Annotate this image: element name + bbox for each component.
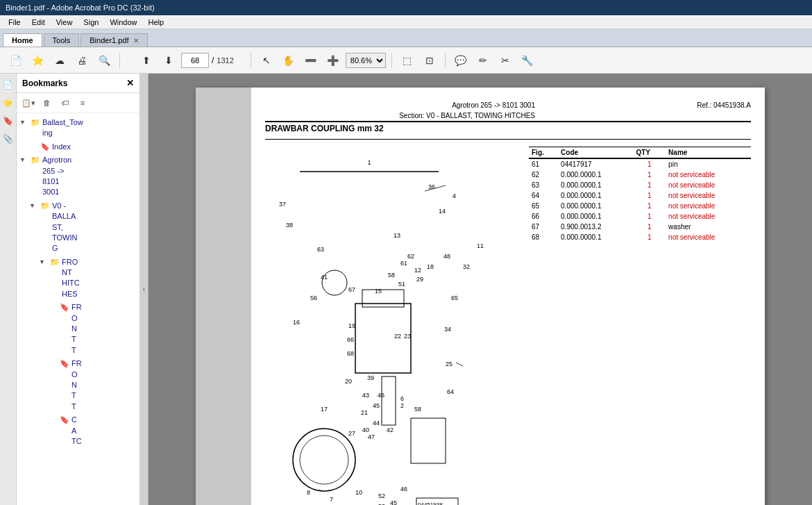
cell-fig: 62	[529, 169, 558, 180]
toggle-icon-v0[interactable]: ▼	[29, 201, 39, 210]
cell-fig: 61	[529, 158, 558, 169]
cell-code: 0.000.0000.1	[558, 232, 633, 242]
cell-qty: 1	[633, 158, 666, 169]
tab-home[interactable]: Home	[3, 33, 42, 47]
toggle-icon-front-hitches[interactable]: ▼	[39, 257, 49, 267]
next-page-button[interactable]: ⬇	[159, 51, 178, 69]
action-button[interactable]: 🔧	[518, 51, 537, 69]
sidebar-tool-new[interactable]: 📋▾	[21, 96, 36, 110]
menu-file[interactable]: File	[3, 17, 26, 28]
sidebar-close-icon[interactable]: ✕	[126, 78, 134, 88]
bookmark-item-index[interactable]: ▶ 🔖 Index	[17, 140, 139, 154]
bookmark-icon-front2: 🔖	[60, 358, 69, 369]
sidebar-tool-tag[interactable]: 🏷	[57, 96, 72, 110]
cell-qty: 1	[633, 190, 666, 201]
table-row: 64 0.000.0000.1 1 not serviceable	[529, 190, 751, 201]
bookmark-item-catc[interactable]: ▶ 🔖 CATC	[17, 413, 139, 448]
toggle-icon-agrotron[interactable]: ▼	[19, 155, 29, 165]
menu-edit[interactable]: Edit	[26, 17, 51, 28]
bookmark-button[interactable]: ⭐	[28, 51, 47, 69]
svg-text:4: 4	[452, 192, 456, 199]
toggle-icon-ballast[interactable]: ▼	[19, 117, 29, 127]
highlight-button[interactable]: ✏	[473, 51, 493, 69]
menu-help[interactable]: Help	[143, 17, 170, 28]
bookmark-item-front1[interactable]: ▶ 🔖 FRONTT	[17, 301, 139, 357]
panel-icon-2[interactable]: ⭐	[1, 96, 15, 110]
pdf-two-col: 1 37 36 4 38 14	[265, 144, 751, 505]
sidebar: Bookmarks ✕ 📋▾ 🗑 🏷 ≡ ▼ 📁 Ballast_Towing …	[17, 74, 140, 505]
svg-text:42: 42	[387, 427, 394, 433]
cell-fig: 66	[529, 211, 558, 222]
svg-text:32: 32	[463, 263, 470, 270]
panel-icon-1[interactable]: 📄	[1, 78, 15, 92]
pdf-area[interactable]: Agrotron 265 -> 8101 3001 Section: V0 - …	[149, 74, 812, 505]
zoom-in-button[interactable]: ➕	[323, 51, 343, 69]
pointer-tool[interactable]: ↖	[257, 51, 276, 69]
svg-text:27: 27	[348, 430, 355, 437]
svg-text:20: 20	[345, 378, 352, 385]
sidebar-tool-delete[interactable]: 🗑	[39, 96, 54, 110]
bookmark-label-front1: FRONTT	[71, 302, 82, 356]
cell-name: not serviceable	[666, 201, 751, 211]
tab-home-label: Home	[12, 36, 33, 44]
pdf-content-area: Agrotron 265 -> 8101 3001 Section: V0 - …	[265, 101, 751, 505]
tab-document[interactable]: Binder1.pdf ✕	[81, 33, 147, 47]
menubar: File Edit View Sign Window Help	[0, 15, 812, 29]
bookmark-item-v0[interactable]: ▼ 📁 V0 -BALLAST,TOWING	[17, 199, 139, 256]
svg-text:41: 41	[321, 274, 328, 281]
fit-page-button[interactable]: ⊡	[420, 51, 439, 69]
page-number-input[interactable]	[181, 53, 209, 68]
menu-window[interactable]: Window	[104, 17, 142, 28]
cell-name: not serviceable	[666, 190, 751, 201]
bookmark-item-agrotron[interactable]: ▼ 📁 Agrotron265 ->81013001	[17, 154, 139, 199]
menu-sign[interactable]: Sign	[78, 17, 104, 28]
zoom-out-button[interactable]: ➖	[301, 51, 321, 69]
col-name: Name	[666, 147, 751, 159]
cell-code: 0.000.0000.1	[558, 190, 633, 201]
bookmark-icon-index: 🔖	[40, 142, 50, 152]
redact-button[interactable]: ✂	[496, 51, 515, 69]
svg-text:17: 17	[321, 406, 328, 413]
zoom-select[interactable]: 80.6%	[346, 53, 386, 68]
prev-page-button[interactable]: ⬆	[137, 51, 156, 69]
cell-fig: 63	[529, 180, 558, 190]
cell-qty: 1	[633, 169, 666, 180]
print-button[interactable]: 🖨	[72, 51, 92, 69]
cell-name: not serviceable	[666, 180, 751, 190]
bookmark-item-ballast[interactable]: ▼ 📁 Ballast_Towing	[17, 116, 139, 140]
sidebar-collapse-handle[interactable]: ‹	[140, 74, 149, 505]
folder-icon-front-hitches: 📁	[50, 257, 60, 267]
bookmark-item-front-hitches[interactable]: ▼ 📁 FRONTHITCHES	[17, 256, 139, 301]
parts-table: Fig. Code QTY Name 61 04417917 1 pin 62 …	[529, 147, 751, 242]
comment-button[interactable]: 💬	[451, 51, 471, 69]
bookmark-icon-front1: 🔖	[60, 302, 69, 313]
panel-icon-3[interactable]: 🔖	[1, 114, 15, 128]
pdf-page: Agrotron 265 -> 8101 3001 Section: V0 - …	[196, 88, 765, 505]
tab-close-icon[interactable]: ✕	[133, 37, 139, 44]
menu-view[interactable]: View	[51, 17, 78, 28]
svg-rect-27	[362, 290, 404, 307]
new-file-button[interactable]: 📄	[6, 51, 25, 69]
marquee-zoom-button[interactable]: ⬚	[398, 51, 417, 69]
svg-text:52: 52	[378, 492, 385, 499]
sidebar-tool-options[interactable]: ≡	[75, 96, 90, 110]
bookmark-item-front2[interactable]: ▶ 🔖 FRONTT	[17, 357, 139, 413]
col-fig: Fig.	[529, 147, 558, 159]
toolbar-separator-1	[119, 53, 120, 68]
upload-button[interactable]: ☁	[50, 51, 69, 69]
cell-name: not serviceable	[666, 169, 751, 180]
table-row: 66 0.000.0000.1 1 not serviceable	[529, 211, 751, 222]
svg-text:46: 46	[400, 486, 407, 492]
panel-icon-4[interactable]: 📎	[1, 132, 15, 146]
tab-tools[interactable]: Tools	[44, 33, 80, 47]
svg-text:62: 62	[407, 253, 414, 260]
search-button[interactable]: 🔍	[94, 51, 114, 69]
svg-text:18: 18	[427, 263, 434, 270]
svg-text:21: 21	[361, 409, 368, 416]
svg-point-54	[293, 429, 355, 491]
svg-text:23: 23	[404, 333, 411, 340]
svg-text:63: 63	[317, 246, 324, 253]
svg-text:8: 8	[307, 489, 310, 496]
table-row: 67 0.900.0013.2 1 washer	[529, 222, 751, 232]
hand-tool[interactable]: ✋	[279, 51, 298, 69]
